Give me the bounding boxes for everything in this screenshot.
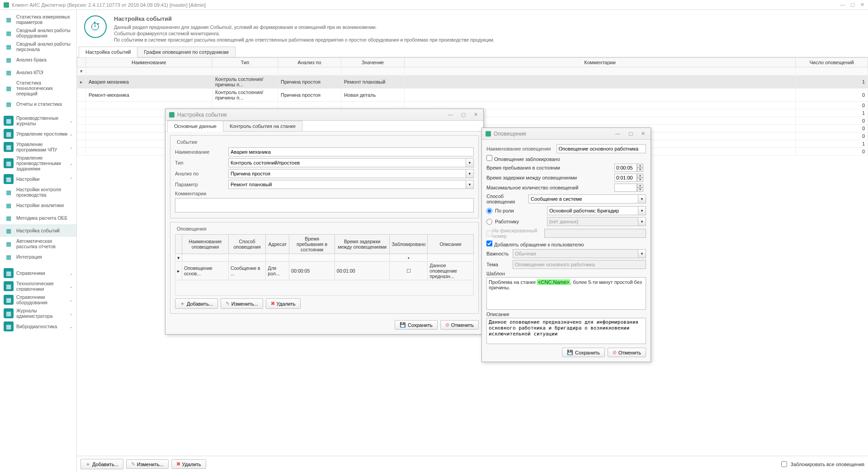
- save-button[interactable]: 💾Сохранить: [395, 320, 438, 330]
- chevron-down-icon[interactable]: ▼: [466, 180, 474, 189]
- event-comment-textarea[interactable]: [175, 198, 474, 212]
- chevron-down-icon: ⌄: [69, 118, 73, 123]
- sidebar-item[interactable]: ▦Журналы администратора⌄: [0, 307, 76, 320]
- chevron-down-icon[interactable]: ▼: [466, 169, 474, 178]
- sidebar-item[interactable]: ▦Статистика технологических операций: [0, 79, 76, 98]
- sidebar-item[interactable]: ▦Управление простоями⌄: [0, 127, 76, 140]
- chevron-down-icon[interactable]: ▼: [638, 206, 646, 215]
- stay-time-spinner[interactable]: ▲▼: [614, 164, 646, 172]
- sidebar-item[interactable]: ▦Технологические справочники⌄: [0, 279, 76, 293]
- table-row[interactable]: ▸Авария механикаКонтроль состояния/причи…: [77, 76, 868, 89]
- priority-select[interactable]: [513, 249, 638, 258]
- add-address-checkbox[interactable]: Добавлять обращение к пользователю: [486, 241, 584, 247]
- subject-input[interactable]: [513, 260, 646, 269]
- page-header: ⏱ Настройка событий Данный раздел предна…: [77, 10, 868, 47]
- sidebar-item[interactable]: ▦Интеграция: [0, 250, 76, 263]
- dialog-maximize-icon[interactable]: ▢: [459, 111, 467, 118]
- maximize-icon[interactable]: ▢: [850, 2, 855, 8]
- delay-time-spinner[interactable]: ▲▼: [614, 174, 646, 182]
- tab-machine-control[interactable]: Контроль события на станке: [223, 121, 302, 131]
- sidebar-item[interactable]: ▦Статистика измеряемых параметров: [0, 13, 76, 26]
- sidebar-item[interactable]: ▦Отчеты и статистика: [0, 98, 76, 110]
- sidebar-item[interactable]: ▦Сводный анализ работы персонала: [0, 40, 76, 53]
- fixed-number-input: [544, 229, 646, 238]
- worker-select: [547, 217, 638, 226]
- dialog-minimize-icon[interactable]: —: [613, 130, 622, 137]
- dialog-maximize-icon[interactable]: ▢: [627, 130, 635, 137]
- template-textarea[interactable]: Проблема на станке <CNC.Name>, более 5-т…: [486, 277, 646, 310]
- tab-schedule[interactable]: График оповещения по сотрудникам: [137, 47, 235, 57]
- chevron-down-icon: ⌄: [69, 145, 73, 150]
- add-button[interactable]: ＋Добавить...: [80, 459, 123, 469]
- chevron-down-icon: ⌃: [69, 177, 73, 182]
- notif-delete-button[interactable]: ✖Удалить: [266, 298, 301, 309]
- delete-button[interactable]: ✖Удалить: [171, 459, 206, 469]
- dialog-close-icon[interactable]: ✕: [472, 111, 480, 118]
- sidebar-item[interactable]: ▦Справочники⌄: [0, 267, 76, 279]
- event-analysis-select[interactable]: [228, 169, 466, 178]
- notif-name-input[interactable]: [557, 144, 646, 153]
- block-all-checkbox[interactable]: Заблокировать все оповещения: [781, 461, 865, 467]
- sidebar-item[interactable]: ▦Настройка событий: [0, 224, 76, 237]
- dialog-icon: [486, 131, 491, 137]
- sidebar-icon: ▦: [4, 174, 14, 184]
- sidebar-icon: ▦: [4, 83, 14, 93]
- notif-edit-button[interactable]: ✎Изменить...: [221, 298, 263, 309]
- app-title: Клиент АИС Диспетчер (Версия: 2.4.117.10…: [12, 2, 840, 8]
- sidebar-item[interactable]: ▦Методика расчета OEE: [0, 212, 76, 224]
- grid-filter-row[interactable]: ▾: [77, 67, 868, 76]
- sidebar-icon: ▦: [4, 129, 14, 139]
- by-role-radio[interactable]: [486, 208, 492, 214]
- sidebar-item[interactable]: ▦Производственные журналы⌄: [0, 114, 76, 127]
- notification-dialog: Оповещение — ▢ ✕ Наименование оповещения…: [481, 127, 651, 362]
- sidebar-item[interactable]: ▦Автоматическая рассылка отчетов: [0, 237, 76, 250]
- x-icon: ✖: [176, 461, 180, 467]
- sidebar-item[interactable]: ▦Настройки контроля производства: [0, 185, 76, 199]
- cancel-button[interactable]: ⊘Отменить: [608, 348, 646, 357]
- chevron-down-icon[interactable]: ▼: [638, 194, 646, 203]
- notifications-grid[interactable]: Наименование оповещенияСпособ оповещения…: [175, 234, 474, 296]
- method-select[interactable]: [528, 194, 638, 203]
- sidebar-icon: ▦: [4, 28, 14, 38]
- notif-add-button[interactable]: ＋Добавить...: [175, 298, 218, 309]
- dialog-close-icon[interactable]: ✕: [639, 130, 647, 137]
- tab-events[interactable]: Настройка событий: [79, 47, 137, 57]
- window-controls: — ▢ ✕: [840, 2, 864, 8]
- sidebar: ▦Статистика измеряемых параметров▦Сводны…: [0, 10, 77, 472]
- sidebar-item[interactable]: ▦Управление программами ЧПУ⌄: [0, 140, 76, 154]
- sidebar-item[interactable]: ▦Анализ КПЭ: [0, 66, 76, 79]
- max-count-spinner[interactable]: ▲▼: [614, 184, 646, 192]
- sidebar-item[interactable]: ▦Справочники оборудования⌄: [0, 293, 76, 307]
- sidebar-icon: ▦: [4, 14, 14, 24]
- close-icon[interactable]: ✕: [860, 2, 864, 8]
- chevron-down-icon: ⌄: [69, 161, 73, 166]
- table-row[interactable]: 0: [77, 102, 868, 109]
- tab-main-data[interactable]: Основные данные: [167, 121, 223, 132]
- sidebar-icon: ▦: [4, 308, 14, 318]
- dialog-minimize-icon[interactable]: —: [446, 111, 455, 118]
- blocked-checkbox[interactable]: Оповещение заблокировано: [486, 155, 560, 162]
- sidebar-item[interactable]: ▦Вибродиагностика⌄: [0, 320, 76, 333]
- chevron-down-icon[interactable]: ▼: [638, 249, 646, 258]
- notification-row[interactable]: ▸ Оповещение основ... Сообщение в ... Дл…: [175, 262, 474, 280]
- minimize-icon[interactable]: —: [840, 2, 845, 8]
- event-param-select[interactable]: [228, 180, 466, 189]
- sidebar-item[interactable]: ▦Анализ брака: [0, 53, 76, 66]
- desc-textarea[interactable]: Данное оповещение предназначено для инфо…: [486, 318, 646, 344]
- role-select[interactable]: [547, 206, 638, 215]
- chevron-down-icon: ⌄: [69, 297, 73, 302]
- event-name-input[interactable]: [228, 147, 474, 156]
- event-type-select[interactable]: [228, 158, 466, 167]
- chevron-down-icon[interactable]: ▼: [466, 158, 474, 167]
- sidebar-item[interactable]: ▦Управление производственными заданиями⌄: [0, 154, 76, 173]
- sidebar-item[interactable]: ▦Настройки⌃: [0, 173, 76, 185]
- table-row[interactable]: Ремонт-механикаКонтроль состояния/причин…: [77, 89, 868, 102]
- edit-button[interactable]: ✎Изменить...: [126, 459, 169, 469]
- save-button[interactable]: 💾Сохранить: [562, 348, 605, 357]
- sidebar-icon: ▦: [4, 42, 14, 52]
- sidebar-icon: ▦: [4, 142, 14, 152]
- to-worker-radio[interactable]: [486, 219, 492, 225]
- cancel-button[interactable]: ⊘Отменить: [440, 320, 479, 330]
- sidebar-item[interactable]: ▦Сводный анализ работы оборудования: [0, 26, 76, 40]
- sidebar-item[interactable]: ▦Настройки аналитики: [0, 199, 76, 212]
